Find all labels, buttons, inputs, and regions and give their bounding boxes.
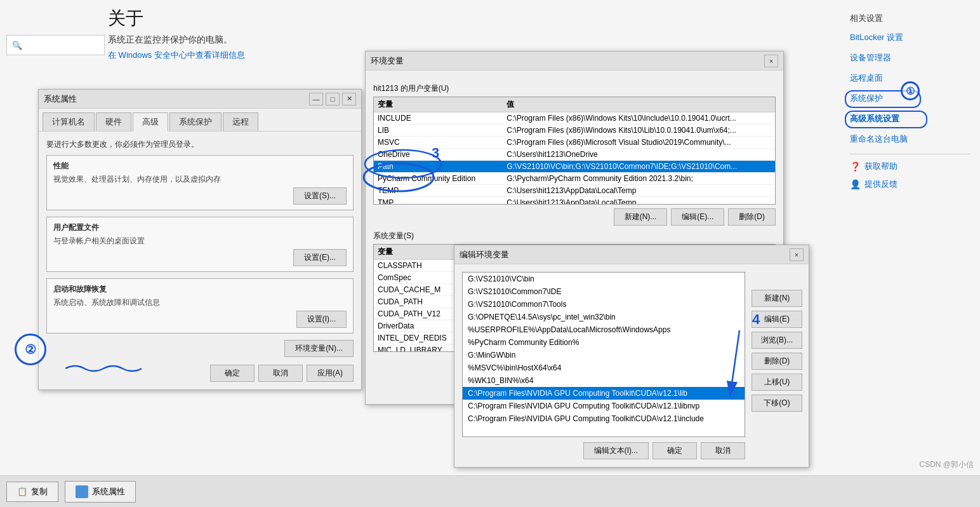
user-var-row[interactable]: LIBC:\Program Files (x86)\Windows Kits\1… bbox=[374, 125, 775, 137]
user-vars-col-var: 变量 bbox=[374, 97, 503, 112]
sys-props-icon bbox=[76, 485, 88, 498]
detail-link[interactable]: 在 Windows 安全中心中查看详细信息 bbox=[108, 50, 245, 60]
search-bar[interactable]: 🔍 bbox=[6, 35, 105, 55]
startup-desc: 系统启动、系统故障和调试信息 bbox=[53, 297, 347, 308]
user-var-row[interactable]: OneDriveC:\Users\hit1213\OneDrive bbox=[374, 149, 775, 161]
page-subtitle: 系统正在监控并保护你的电脑。 bbox=[108, 34, 425, 46]
env-vars-titlebar: 环境变量 × bbox=[366, 51, 783, 71]
user-var-row[interactable]: INCLUDEC:\Program Files (x86)\Windows Ki… bbox=[374, 112, 775, 125]
user-var-row[interactable]: TEMPC:\Users\hit1213\AppData\Local\Temp bbox=[374, 185, 775, 197]
user-var-row[interactable]: PyCharm Community EditionG:\Pycharm\PyCh… bbox=[374, 173, 775, 185]
related-settings-title: 相关设置 bbox=[850, 13, 970, 24]
tab-advanced[interactable]: 高级 bbox=[133, 112, 168, 132]
sys-props-title: 系统属性 bbox=[44, 93, 77, 105]
search-icon: 🔍 bbox=[12, 41, 22, 50]
edit-env-dialog: 编辑环境变量 × G:\VS21010\VC\binG:\VS21010\Com… bbox=[454, 245, 809, 468]
edit-env-entry[interactable]: G:\OPNETQE\14.5A\sys\pc_intel_win32\bin bbox=[463, 311, 745, 323]
edit-env-titlebar: 编辑环境变量 × bbox=[454, 245, 809, 264]
sys-props-titlebar: 系统属性 — □ ✕ bbox=[39, 90, 361, 109]
tab-remote[interactable]: 远程 bbox=[223, 112, 258, 131]
taskbar: 📋 复制 系统属性 bbox=[0, 475, 980, 507]
sys-props-cancel-btn[interactable]: 取消 bbox=[258, 365, 303, 382]
sys-props-maximize[interactable]: □ bbox=[326, 93, 340, 105]
edit-env-browse-btn[interactable]: 浏览(B)... bbox=[752, 332, 802, 349]
performance-settings-btn[interactable]: 设置(S)... bbox=[293, 187, 347, 205]
edit-env-cancel-btn[interactable]: 取消 bbox=[701, 442, 745, 459]
advanced-system-settings-link[interactable]: 高级系统设置 bbox=[850, 113, 970, 125]
user-var-row[interactable]: TMPC:\Users\hit1213\AppData\Local\Temp bbox=[374, 197, 775, 205]
watermark: CSDN @郭小信 bbox=[919, 459, 974, 470]
user-vars-delete-btn[interactable]: 删除(D) bbox=[728, 208, 776, 226]
get-help-link[interactable]: 获取帮助 bbox=[864, 161, 897, 172]
user-vars-edit-btn[interactable]: 编辑(E)... bbox=[671, 208, 724, 226]
edit-env-side-btns: 新建(N) 编辑(E) 浏览(B)... 删除(D) 上移(U) 下移(O) bbox=[752, 290, 802, 412]
sys-props-minimize[interactable]: — bbox=[309, 93, 323, 105]
copy-btn[interactable]: 📋 复制 bbox=[6, 482, 58, 502]
sys-props-tabs: 计算机名 硬件 高级 系统保护 远程 bbox=[39, 109, 361, 132]
feedback-icon: 👤 bbox=[850, 179, 861, 189]
startup-settings-btn[interactable]: 设置(I)... bbox=[296, 311, 347, 328]
performance-section: 性能 视觉效果、处理器计划、内存使用，以及虚拟内存 设置(S)... bbox=[46, 155, 354, 210]
edit-env-title: 编辑环境变量 bbox=[460, 249, 509, 260]
edit-env-list[interactable]: G:\VS21010\VC\binG:\VS21010\Common7\IDEG… bbox=[462, 272, 745, 437]
device-manager-link[interactable]: 设备管理器 bbox=[850, 52, 970, 64]
edit-env-edit-btn[interactable]: 编辑(E) bbox=[752, 311, 802, 328]
startup-section: 启动和故障恢复 系统启动、系统故障和调试信息 设置(I)... bbox=[46, 278, 354, 334]
sys-props-ok-btn[interactable]: 确定 bbox=[210, 365, 255, 382]
search-input[interactable] bbox=[25, 41, 99, 50]
user-profiles-section: 用户配置文件 与登录帐户相关的桌面设置 设置(E)... bbox=[46, 217, 354, 272]
edit-env-down-btn[interactable]: 下移(O) bbox=[752, 395, 802, 412]
edit-env-entry[interactable]: %WK10_BIN%\x64 bbox=[463, 374, 745, 387]
edit-env-delete-btn[interactable]: 删除(D) bbox=[752, 353, 802, 370]
edit-env-entry[interactable]: %USERPROFILE%\AppData\Local\Microsoft\Wi… bbox=[463, 323, 745, 336]
edit-env-entry[interactable]: C:\Program Files\NVIDIA GPU Computing To… bbox=[463, 400, 745, 412]
user-profiles-desc: 与登录帐户相关的桌面设置 bbox=[53, 236, 347, 247]
tab-hardware[interactable]: 硬件 bbox=[96, 112, 131, 131]
startup-title: 启动和故障恢复 bbox=[53, 284, 347, 295]
env-vars-btn[interactable]: 环境变量(N)... bbox=[284, 340, 354, 357]
user-vars-col-val: 值 bbox=[503, 97, 775, 112]
user-vars-section-title: hit1213 的用户变量(U) bbox=[373, 83, 776, 94]
user-profiles-settings-btn[interactable]: 设置(E)... bbox=[293, 249, 347, 266]
system-properties-dialog: 系统属性 — □ ✕ 计算机名 硬件 高级 系统保护 远程 要进行大多数更改，你… bbox=[38, 89, 362, 390]
edit-env-up-btn[interactable]: 上移(U) bbox=[752, 374, 802, 391]
edit-env-entry[interactable]: G:\VS21010\Common7\IDE bbox=[463, 285, 745, 298]
edit-env-bottom-btns: 编辑文本(I)... 确定 取消 bbox=[462, 442, 745, 459]
edit-text-btn[interactable]: 编辑文本(I)... bbox=[583, 442, 649, 459]
user-var-row[interactable]: MSVCC:\Program Files (x86)\Microsoft Vis… bbox=[374, 137, 775, 149]
copy-label: 复制 bbox=[31, 486, 48, 497]
user-vars-list[interactable]: 变量 值 INCLUDEC:\Program Files (x86)\Windo… bbox=[373, 97, 776, 205]
sys-props-controls: — □ ✕ bbox=[309, 93, 356, 105]
edit-env-entry[interactable]: G:\VS21010\Common7\Tools bbox=[463, 298, 745, 311]
bitlocker-link[interactable]: BitLocker 设置 bbox=[850, 32, 970, 43]
tab-computer-name[interactable]: 计算机名 bbox=[43, 112, 95, 131]
rename-pc-link[interactable]: 重命名这台电脑 bbox=[850, 133, 970, 145]
edit-env-entry[interactable]: %PyCharm Community Edition% bbox=[463, 336, 745, 349]
right-panel: 相关设置 BitLocker 设置 设备管理器 远程桌面 系统保护 ① 高级系统… bbox=[840, 0, 980, 507]
edit-env-ok-btn[interactable]: 确定 bbox=[652, 442, 697, 459]
user-var-row[interactable]: PathG:\VS21010\VC\bin;G:\VS21010\Common7… bbox=[374, 161, 775, 173]
edit-env-entry[interactable]: C:\Program Files\NVIDIA GPU Computing To… bbox=[463, 412, 745, 425]
edit-env-new-btn[interactable]: 新建(N) bbox=[752, 290, 802, 307]
sys-props-close[interactable]: ✕ bbox=[342, 93, 356, 105]
edit-env-entry[interactable]: G:\MinGW\bin bbox=[463, 349, 745, 362]
help-icon: ❓ bbox=[850, 161, 861, 172]
env-vars-title: 环境变量 bbox=[371, 55, 404, 67]
edit-env-entry[interactable]: %MSVC%\bin\HostX64\x64 bbox=[463, 362, 745, 374]
sys-props-apply-btn[interactable]: 应用(A) bbox=[307, 365, 354, 382]
sys-props-info: 要进行大多数更改，你必须作为管理员登录。 bbox=[46, 139, 354, 150]
sys-props-content: 要进行大多数更改，你必须作为管理员登录。 性能 视觉效果、处理器计划、内存使用，… bbox=[39, 132, 361, 389]
env-vars-close[interactable]: × bbox=[764, 55, 778, 67]
user-vars-new-btn[interactable]: 新建(N)... bbox=[614, 208, 668, 226]
user-vars-btn-row: 新建(N)... 编辑(E)... 删除(D) bbox=[373, 208, 776, 226]
feedback-link[interactable]: 提供反馈 bbox=[864, 179, 897, 190]
edit-env-entry[interactable]: G:\VS21010\VC\bin bbox=[463, 273, 745, 285]
edit-env-close[interactable]: × bbox=[790, 248, 804, 261]
tab-system-protection[interactable]: 系统保护 bbox=[169, 112, 222, 131]
taskbar-sys-props-btn[interactable]: 系统属性 bbox=[65, 481, 136, 503]
copy-icon: 📋 bbox=[17, 487, 27, 496]
taskbar-sys-props-label: 系统属性 bbox=[92, 486, 125, 497]
sys-vars-section-title: 系统变量(S) bbox=[373, 231, 776, 241]
user-profiles-title: 用户配置文件 bbox=[53, 222, 347, 233]
edit-env-entry[interactable]: C:\Program Files\NVIDIA GPU Computing To… bbox=[463, 387, 745, 400]
